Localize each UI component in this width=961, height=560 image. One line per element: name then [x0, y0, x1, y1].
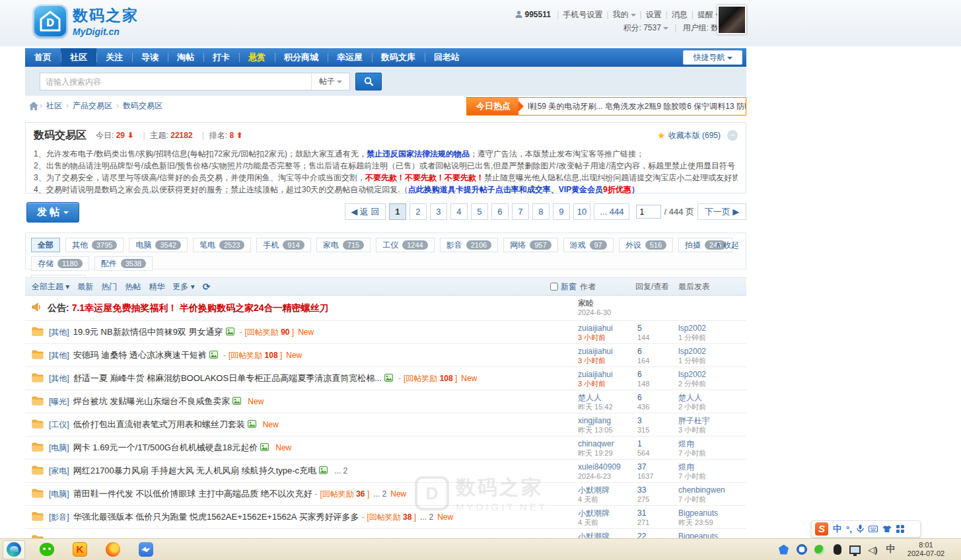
reply-reward[interactable]: [回帖奖励 36 ] [320, 489, 370, 500]
search-input[interactable] [40, 73, 311, 90]
user-link-我的[interactable]: 我的 [613, 10, 629, 19]
page-8[interactable]: 8 [532, 203, 550, 220]
thread-category[interactable]: [其他] [49, 327, 69, 338]
reply-count[interactable]: 6 [637, 347, 674, 356]
thread-author[interactable]: xulei840909 [578, 462, 637, 472]
thread-category[interactable]: [其他] [49, 373, 69, 384]
sogou-logo-icon[interactable]: S [815, 522, 828, 536]
thread-author[interactable]: zuiaijiahui [578, 347, 637, 356]
thread-title[interactable]: 莆田鞋一件代发 不以低价博眼球 主打中高端品质 绝不以次充好 [73, 488, 312, 500]
user-link-消息[interactable]: 消息 [672, 10, 688, 19]
nav-item-首页[interactable]: 首页 [25, 48, 61, 66]
page-7[interactable]: 7 [512, 203, 529, 220]
reply-count[interactable]: 22 [637, 532, 674, 538]
skin-icon[interactable] [882, 525, 892, 533]
new-window-checkbox[interactable] [550, 283, 558, 291]
thread-category[interactable]: [家电] [49, 466, 69, 477]
page-3[interactable]: 3 [430, 203, 447, 220]
category-手机[interactable]: 手机914 [256, 238, 310, 252]
thread-author[interactable]: 小默潮牌 [578, 485, 637, 495]
user-link-提醒[interactable]: 提醒 [697, 10, 713, 19]
last-poster[interactable]: lsp2002 [678, 324, 744, 333]
filter-热门[interactable]: 热门 [101, 282, 117, 291]
clock-tray-icon[interactable] [796, 544, 807, 555]
thread-title[interactable]: 舒适一夏 巅峰牛货 棉麻混纺BOOLAKOS日单专柜正品高端夏季清凉直筒宽松棉.… [73, 372, 382, 384]
thread-title[interactable]: 网红21700暴力风扇 手持超大风 无人机风扇 续航持久type-c充电 [73, 465, 316, 477]
page-1[interactable]: 1 [389, 203, 406, 220]
category-存储[interactable]: 存储1180 [31, 256, 89, 271]
thread-title[interactable]: 19.9元 NB新款情侣中筒袜9双 男女通穿 [73, 326, 223, 338]
breadcrumb-产品交易区[interactable]: 产品交易区 [73, 101, 112, 110]
next-page-button[interactable]: 下一页 ▶ [697, 203, 746, 220]
page-9[interactable]: 9 [553, 203, 570, 220]
thread-title[interactable]: 低价打包出直流钳表笔式万用表和螺丝刀套装 [73, 419, 245, 431]
taskbar-app-edge[interactable] [3, 540, 25, 559]
reply-count[interactable]: 6 [637, 370, 674, 379]
collapse-circle-icon[interactable]: – [727, 130, 738, 141]
last-poster[interactable]: lsp2002 [678, 370, 744, 379]
avatar[interactable] [717, 5, 746, 34]
category-全部[interactable]: 全部 [31, 238, 60, 252]
nav-item-打卡[interactable]: 打卡 [203, 48, 239, 66]
network-tray-icon[interactable] [849, 544, 861, 555]
filter-更多[interactable]: 更多 ▾ [172, 282, 194, 291]
thread-category[interactable]: [电脑] [49, 442, 69, 454]
thread-category[interactable]: [工仪] [49, 419, 69, 431]
page-10[interactable]: 10 [573, 203, 590, 220]
search-type-select[interactable]: 帖子 [311, 73, 349, 90]
points-link[interactable]: 积分: 7537 [623, 23, 660, 32]
search-button[interactable] [355, 73, 382, 90]
page-5[interactable]: 5 [471, 203, 488, 220]
nav-item-社区[interactable]: 社区 [61, 48, 96, 66]
volume-tray-icon[interactable]: ◁) [867, 544, 878, 555]
reply-count[interactable]: 33 [637, 485, 674, 495]
nav-item-淘帖[interactable]: 淘帖 [168, 48, 203, 66]
thread-author[interactable]: zuiaijiahui [578, 370, 637, 379]
filter-精华[interactable]: 精华 [149, 282, 164, 291]
category-家电[interactable]: 家电715 [316, 238, 371, 252]
toolbox-grid-icon[interactable] [896, 525, 904, 533]
page-6[interactable]: 6 [491, 203, 509, 220]
category-电脑[interactable]: 电脑3542 [129, 238, 187, 252]
page-2[interactable]: 2 [409, 203, 427, 220]
page-jump-input[interactable] [636, 205, 661, 219]
thread-author[interactable]: zuiaijiahui [578, 324, 637, 333]
keyboard-icon[interactable] [869, 526, 878, 532]
thread-author[interactable]: 小默潮牌 [578, 508, 637, 518]
new-post-button[interactable]: 发 帖 [26, 202, 79, 223]
site-logo[interactable]: D 数码之家 MyDigit.cn [33, 5, 139, 38]
sogou-ime-bar[interactable]: S 中 °, [811, 520, 921, 538]
thread-pages[interactable]: ... 2 [334, 466, 347, 475]
thread-title[interactable]: 焊台被坑 发贴曝光山东烟台不良咸鱼卖家 [73, 396, 231, 407]
category-其他[interactable]: 其他3795 [65, 238, 124, 252]
filter-热帖[interactable]: 热帖 [125, 282, 141, 291]
reply-reward[interactable]: [回帖奖励 108 ] [229, 350, 282, 361]
thread-author[interactable]: xingjilang [578, 416, 637, 425]
nav-item-导读[interactable]: 导读 [132, 48, 168, 66]
taskbar-clock[interactable]: 8:01 2024-07-02 [903, 541, 949, 558]
last-poster[interactable]: lsp2002 [678, 347, 744, 356]
home-icon[interactable] [29, 102, 38, 110]
thread-title[interactable]: 网卡 1.69元一个/1T/500G台机机械硬盘18元起价 [73, 442, 258, 454]
thread-author[interactable]: 小默潮牌 [578, 532, 637, 538]
filter-最新[interactable]: 最新 [77, 282, 93, 291]
nav-item-回老站[interactable]: 回老站 [425, 48, 469, 66]
filter-全部主题[interactable]: 全部主题 ▾ [32, 282, 69, 291]
category-游戏[interactable]: 游戏97 [563, 238, 614, 252]
announcement-author[interactable]: 家睦 [578, 298, 637, 308]
last-poster[interactable]: 胖子杜宇 [678, 416, 744, 425]
category-影音[interactable]: 影音2106 [440, 238, 498, 252]
nav-item-关注[interactable]: 关注 [96, 48, 132, 66]
reply-count[interactable]: 31 [637, 508, 674, 518]
hot-text[interactable]: l鞋59 美的电动牙刷... 皂角洗发水2瓶9 除胶喷6 保宁调料13 防晒喷9 [518, 101, 746, 112]
thread-category[interactable]: [电脑] [49, 489, 69, 500]
favorite-link[interactable]: ★收藏本版 (695) [657, 130, 721, 141]
refresh-button[interactable]: ⟳ [203, 281, 211, 292]
category-网络[interactable]: 网络957 [503, 238, 557, 252]
breadcrumb-数码交易区[interactable]: 数码交易区 [123, 101, 162, 110]
thread-pages[interactable]: ... 2 [373, 489, 386, 499]
last-poster[interactable]: chenbingwen [678, 485, 744, 495]
user-id[interactable]: 995511 [525, 10, 551, 19]
rule-link[interactable]: 点此换购道具卡提升帖子点击率和成交率、VIP黄金会员 [408, 185, 603, 194]
thread-author[interactable]: chinaqwer [578, 439, 637, 448]
